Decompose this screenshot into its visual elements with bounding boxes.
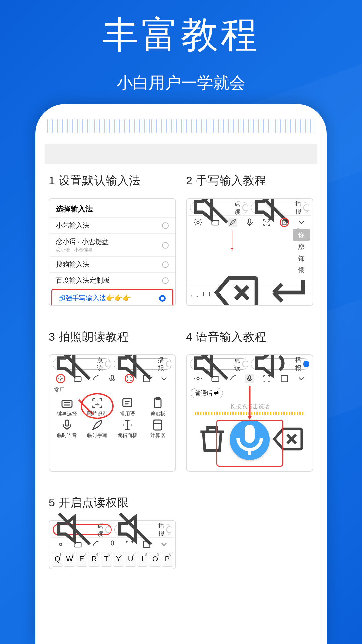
tutorial-3-title: 3 拍照朗读教程 [49,329,176,345]
screenshot-ime-select: 选择输入法 小艺输入法 恋小语 · 小恋键盘 恋小语 · 小恋键盘 搜狗输入法 [49,198,176,306]
radio-off-icon [162,222,169,229]
chevron-down-icon[interactable] [159,374,169,383]
resize-icon[interactable] [142,374,152,383]
feather-icon[interactable] [228,218,237,227]
radio-on-icon [159,295,166,302]
handwrite-canvas[interactable]: 你: ni 你 您 饰 饿 [188,229,311,286]
tutorial-4-title: 4 语音输入教程 [186,329,313,345]
tool-temp-voice[interactable]: 临时语音 [53,418,81,439]
tutorial-3: 3 拍照朗读教程 点读 播报 [49,329,176,472]
tools-grid: 键盘选择 字 照片识别 常用语 剪贴板 [51,395,174,440]
tool-edit-panel[interactable]: 编辑面板 [113,418,142,439]
feather-icon[interactable] [228,374,237,383]
comma-key[interactable]: ， [188,289,195,299]
keyboard-icon[interactable] [210,218,220,227]
tool-temp-handwrite[interactable]: 临时手写 [83,418,112,439]
candidate-item[interactable]: 饰 [293,253,310,264]
ime-option[interactable]: 搜狗输入法 [49,256,175,272]
handwrite-bottom-bar: ， 。 ⌴ [188,286,311,301]
candidate-item[interactable]: 饿 [293,264,310,276]
gear-icon[interactable] [56,374,65,383]
tutorial-2: 2 手写输入教程 点读 播报 [186,173,313,306]
mic-icon[interactable] [108,540,117,549]
svg-point-14 [60,378,61,380]
chevron-down-icon[interactable] [297,374,306,383]
svg-rect-3 [212,220,219,225]
key-e[interactable]: E3 [76,552,87,567]
candidate-item[interactable]: 您 [293,241,310,253]
tool-calculator[interactable]: 计算器 [143,418,172,439]
key-p[interactable]: P0 [162,552,173,567]
chevron-down-icon[interactable] [159,540,169,549]
gear-icon[interactable] [193,374,203,383]
ime-option[interactable]: 百度输入法定制版 [49,272,175,288]
svg-rect-15 [74,377,81,381]
ime-dialog-title: 选择输入法 [49,199,175,217]
broadcast-toggle-pill[interactable]: 播报 [114,524,172,535]
ime-option-selected[interactable]: 超强手写输入法👉👉👉 [52,290,172,306]
read-toggle-pill[interactable]: 点读 [53,524,112,535]
read-toggle-pill[interactable]: 点读 [190,202,248,213]
svg-rect-29 [65,420,69,426]
key-u[interactable]: U7 [125,552,136,567]
svg-rect-17 [143,376,150,382]
key-i[interactable]: I8 [137,552,148,567]
broadcast-toggle-pill[interactable]: 播报 [251,358,309,370]
candidate-list: 你 您 饰 饿 [293,229,310,276]
page-header: 丰富教程 小白用户一学就会 [0,0,362,94]
read-toggle-pill[interactable]: 点读 [190,358,248,370]
tutorial-1-title: 1 设置默认输入法 [49,173,176,189]
tool-phrases[interactable]: 常用语 [113,396,142,417]
radio-off-icon [162,277,169,284]
ocr-icon[interactable] [262,374,272,383]
ime-option[interactable]: 小艺输入法 [49,217,175,233]
language-pill[interactable]: 普通话 ⇄ [191,388,223,398]
tool-photo-ocr[interactable]: 字 照片识别 [83,396,112,417]
svg-rect-33 [154,420,161,430]
chevron-down-icon[interactable] [297,218,306,227]
feather-icon[interactable] [90,540,100,549]
keyboard-icon[interactable] [210,374,220,383]
mic-icon[interactable] [245,218,254,227]
space-key[interactable]: ⌴ [203,289,210,298]
gear-icon[interactable] [56,540,65,549]
key-w[interactable]: W2 [64,552,75,567]
page-title: 丰富教程 [0,10,362,60]
section-label: 常用 [51,385,174,395]
svg-rect-40 [249,376,251,379]
svg-rect-39 [212,377,219,381]
keyboard-icon[interactable] [73,374,82,383]
screenshot-handwrite: 点读 播报 字 你 [186,198,313,306]
radio-off-icon [162,242,169,249]
gear-icon[interactable] [193,218,203,227]
period-key[interactable]: 。 [195,289,203,299]
read-toggle-pill[interactable]: 点读 [53,358,111,370]
key-o[interactable]: O9 [149,552,161,567]
radio-off-icon [162,261,169,268]
candidate-item[interactable]: 你 [293,229,310,241]
keyboard-icon[interactable] [73,540,82,549]
tutorial-5: 5 开启点读权限 点读 播报 [49,495,176,569]
ocr-icon[interactable]: 字 [262,218,272,227]
resize-icon[interactable] [280,218,289,227]
mic-icon[interactable] [108,374,117,383]
key-q[interactable]: Q1 [52,552,63,567]
svg-rect-24 [123,399,132,407]
tutorial-2-title: 2 手写输入教程 [186,173,313,189]
tool-clipboard[interactable]: 剪贴板 [143,396,172,417]
feather-icon[interactable] [90,374,100,383]
ocr-icon[interactable] [125,540,134,549]
key-t[interactable]: T5 [101,552,112,567]
key-r[interactable]: R4 [88,552,100,567]
resize-icon[interactable] [280,374,289,383]
broadcast-toggle-pill[interactable]: 播报 [251,202,309,213]
svg-rect-50 [74,542,81,547]
resize-icon[interactable] [142,540,152,549]
ime-option[interactable]: 恋小语 · 小恋键盘 恋小语 · 小恋键盘 [49,233,175,256]
broadcast-toggle-pill[interactable]: 播报 [114,358,172,370]
highlight-box [216,420,283,467]
key-y[interactable]: Y6 [113,552,124,567]
toggle-off-icon [242,204,248,211]
svg-rect-52 [143,541,150,548]
mic-icon[interactable] [245,374,254,383]
